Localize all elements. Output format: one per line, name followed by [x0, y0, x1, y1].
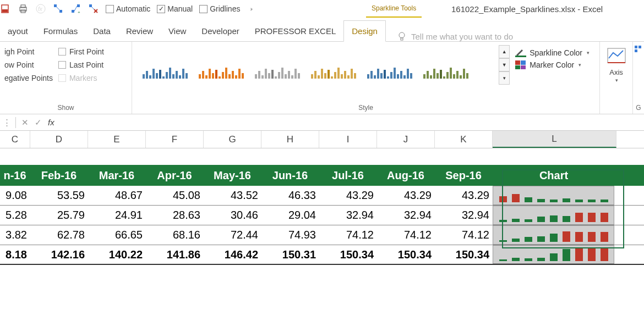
- data-cell[interactable]: 141.86: [146, 245, 204, 264]
- col-header-C[interactable]: C: [0, 131, 30, 148]
- tab-data[interactable]: Data: [85, 21, 118, 41]
- enter-entry-icon[interactable]: ✓: [31, 116, 45, 129]
- marker-color-button[interactable]: Marker Color▾: [515, 60, 590, 69]
- data-cell[interactable]: 5.28: [0, 206, 30, 225]
- cancel-entry-icon[interactable]: ✕: [18, 116, 31, 129]
- axis-button[interactable]: Axis ▾: [601, 45, 632, 107]
- tab-layout[interactable]: ayout: [0, 21, 36, 41]
- data-cell[interactable]: 150.31: [261, 245, 319, 264]
- data-cell[interactable]: 43.29: [435, 186, 493, 205]
- data-cell[interactable]: 8.18: [0, 245, 30, 264]
- table-header-cell[interactable]: Mar-16: [88, 165, 146, 186]
- gridlines-toggle[interactable]: Gridlines: [199, 4, 240, 13]
- data-cell[interactable]: 25.79: [30, 206, 88, 225]
- col-header-D[interactable]: D: [30, 131, 88, 148]
- data-cell[interactable]: 30.46: [204, 206, 261, 225]
- sparkline-color-button[interactable]: Sparkline Color▾: [515, 48, 590, 57]
- data-cell[interactable]: 150.34: [319, 245, 377, 264]
- style-thumb-4[interactable]: [363, 61, 418, 84]
- col-header-G[interactable]: G: [204, 131, 261, 148]
- negative-points-check[interactable]: egative Points: [4, 74, 53, 82]
- col-header-K[interactable]: K: [435, 131, 493, 148]
- data-cell[interactable]: 74.12: [435, 225, 493, 245]
- col-header-H[interactable]: H: [261, 131, 319, 148]
- col-header-I[interactable]: I: [319, 131, 377, 148]
- manual-toggle[interactable]: Manual: [157, 4, 193, 13]
- col-header-J[interactable]: J: [377, 131, 435, 148]
- col-header-E[interactable]: E: [88, 131, 146, 148]
- remove-arrows-icon[interactable]: [88, 3, 99, 14]
- table-header-cell[interactable]: Jul-16: [319, 165, 377, 186]
- trace-dependents-icon[interactable]: +: [70, 3, 81, 14]
- gallery-scroll-down[interactable]: ▼: [499, 58, 510, 71]
- data-cell[interactable]: 146.42: [204, 245, 261, 264]
- data-cell[interactable]: 43.52: [204, 186, 261, 205]
- sparkline-cell[interactable]: [493, 186, 614, 205]
- formula-input[interactable]: [60, 115, 644, 130]
- table-header-cell[interactable]: Feb-16: [30, 165, 88, 186]
- data-cell[interactable]: 45.08: [146, 186, 204, 205]
- style-thumb-5[interactable]: [419, 61, 474, 84]
- table-header-cell[interactable]: Jun-16: [261, 165, 319, 186]
- automatic-toggle[interactable]: Automatic: [106, 4, 150, 13]
- data-cell[interactable]: 43.29: [377, 186, 435, 205]
- data-cell[interactable]: 32.94: [319, 206, 377, 225]
- sparkline-cell[interactable]: [493, 225, 614, 245]
- col-header-F[interactable]: F: [146, 131, 204, 148]
- data-cell[interactable]: 29.04: [261, 206, 319, 225]
- gallery-scroll-up[interactable]: ▲: [499, 45, 510, 58]
- data-cell[interactable]: 53.59: [30, 186, 88, 205]
- pdf-icon[interactable]: [0, 3, 11, 14]
- data-cell[interactable]: 68.16: [146, 225, 204, 245]
- style-thumb-3[interactable]: [307, 61, 362, 84]
- data-cell[interactable]: 74.12: [377, 225, 435, 245]
- data-cell[interactable]: 72.44: [204, 225, 261, 245]
- tab-professor-excel[interactable]: PROFESSOR EXCEL: [247, 21, 344, 41]
- tab-review[interactable]: Review: [118, 21, 161, 41]
- data-cell[interactable]: 32.94: [435, 206, 493, 225]
- data-cell[interactable]: 24.91: [88, 206, 146, 225]
- data-cell[interactable]: 43.29: [319, 186, 377, 205]
- style-thumb-2[interactable]: [251, 61, 306, 84]
- table-header-cell[interactable]: n-16: [0, 165, 30, 186]
- fx-label[interactable]: fx: [48, 118, 54, 127]
- group-icon[interactable]: [634, 45, 642, 53]
- tell-me-search[interactable]: Tell me what you want to do: [397, 31, 513, 41]
- data-cell[interactable]: 74.93: [261, 225, 319, 245]
- gallery-expand[interactable]: ▾: [499, 71, 510, 85]
- tab-formulas[interactable]: Formulas: [36, 21, 86, 41]
- data-cell[interactable]: 48.67: [88, 186, 146, 205]
- table-header-cell[interactable]: May-16: [204, 165, 261, 186]
- data-cell[interactable]: 150.34: [435, 245, 493, 264]
- data-cell[interactable]: 32.94: [377, 206, 435, 225]
- data-cell[interactable]: 74.12: [319, 225, 377, 245]
- table-header-cell[interactable]: Aug-16: [377, 165, 435, 186]
- col-header-L[interactable]: L: [493, 131, 616, 148]
- data-cell[interactable]: 62.78: [30, 225, 88, 245]
- table-header-cell[interactable]: Chart: [493, 165, 615, 186]
- tab-design[interactable]: Design: [343, 20, 386, 42]
- sparkline-cell[interactable]: [493, 245, 614, 264]
- print-icon[interactable]: [18, 3, 29, 14]
- data-cell[interactable]: 66.65: [88, 225, 146, 245]
- trace-precedents-icon[interactable]: [53, 3, 64, 14]
- first-point-check[interactable]: First Point: [58, 47, 104, 56]
- tab-view[interactable]: View: [161, 21, 194, 41]
- data-cell[interactable]: 46.33: [261, 186, 319, 205]
- data-cell[interactable]: 140.22: [88, 245, 146, 264]
- last-point-check[interactable]: Last Point: [58, 60, 104, 69]
- table-header-cell[interactable]: Sep-16: [435, 165, 493, 186]
- data-cell[interactable]: 3.82: [0, 225, 30, 245]
- data-cell[interactable]: 150.34: [377, 245, 435, 264]
- low-point-check[interactable]: ow Point: [4, 60, 53, 69]
- data-cell[interactable]: 142.16: [30, 245, 88, 264]
- style-thumb-0[interactable]: [139, 61, 194, 84]
- data-cell[interactable]: 9.08: [0, 186, 30, 205]
- style-thumb-1[interactable]: [195, 61, 250, 84]
- namebox-dropdown[interactable]: ⋮: [0, 116, 13, 129]
- data-cell[interactable]: 28.63: [146, 206, 204, 225]
- sparkline-cell[interactable]: [493, 206, 614, 225]
- qat-more-icon[interactable]: ››: [250, 6, 252, 12]
- high-point-check[interactable]: igh Point: [4, 47, 53, 56]
- table-header-cell[interactable]: Apr-16: [146, 165, 204, 186]
